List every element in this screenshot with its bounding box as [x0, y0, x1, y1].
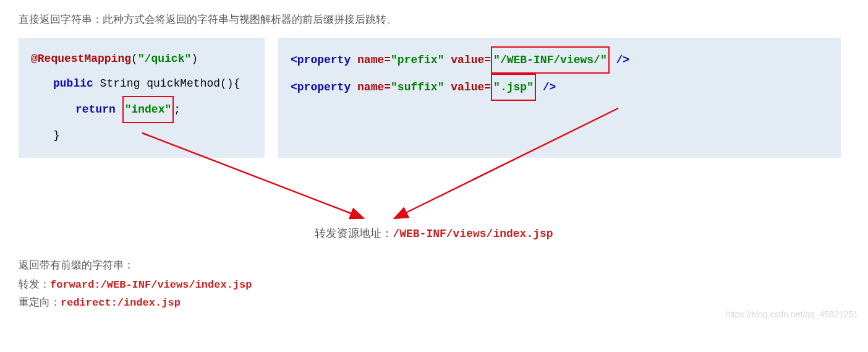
xml-prefix-key: "prefix" [391, 54, 444, 66]
xml-tag-close: /> [536, 81, 556, 93]
xml-tag: <property [291, 54, 357, 66]
forward-code: forward:/WEB-INF/views/index.jsp [50, 279, 252, 291]
forward-line: 转发：forward:/WEB-INF/views/index.jsp [19, 277, 849, 291]
keyword-public: public [53, 77, 93, 90]
xml-attr-name: name= [357, 81, 391, 93]
xml-attr-value: value= [444, 54, 491, 66]
paren-open: ( [131, 53, 138, 65]
java-code-panel: @RequestMapping("/quick") public String … [19, 38, 265, 158]
result-label: 转发资源地址： [315, 227, 393, 239]
annotation-arg: "/quick" [138, 53, 191, 65]
xml-tag: <property [291, 81, 357, 93]
xml-attr-name: name= [357, 54, 391, 66]
intro-text: 直接返回字符串：此种方式会将返回的字符串与视图解析器的前后缀拼接后跳转。 [19, 12, 849, 27]
suffix-ext-box: ".jsp" [491, 74, 536, 101]
xml-attr-value: value= [444, 81, 491, 93]
semicolon: ; [174, 103, 181, 116]
sub-heading: 返回带有前缀的字符串： [19, 258, 849, 272]
return-value-box: "index" [122, 96, 174, 123]
redirect-label: 重定向： [19, 296, 61, 308]
annotation: @RequestMapping [31, 53, 131, 65]
xml-code-panel: <property name="prefix" value="/WEB-INF/… [278, 38, 841, 158]
forward-label: 转发： [19, 278, 50, 290]
watermark: https://blog.csdn.net/qq_45821251 [725, 309, 858, 319]
prefix-path-box: "/WEB-INF/views/" [491, 46, 610, 74]
keyword-return: return [75, 103, 122, 116]
xml-tag-close: /> [610, 54, 629, 66]
redirect-line: 重定向：redirect:/index.jsp [19, 295, 849, 309]
brace-close: } [53, 129, 60, 142]
result-path: /WEB-INF/views/index.jsp [393, 228, 553, 240]
redirect-code: redirect:/index.jsp [61, 297, 181, 309]
method-sig: String quickMethod(){ [93, 77, 240, 90]
xml-suffix-key: "suffix" [391, 81, 444, 93]
code-panel-row: @RequestMapping("/quick") public String … [19, 38, 849, 158]
paren-close: ) [191, 53, 198, 65]
forward-result: 转发资源地址：/WEB-INF/views/index.jsp [19, 226, 849, 241]
